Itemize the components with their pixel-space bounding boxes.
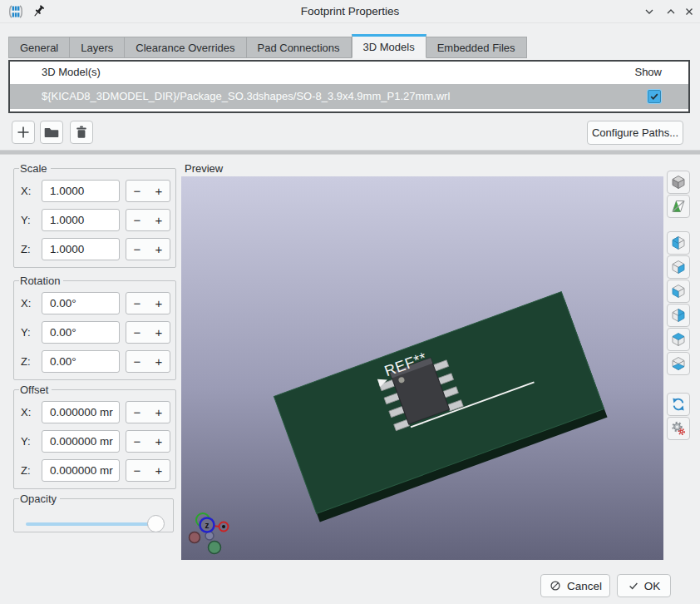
- offset-z-input[interactable]: [42, 459, 120, 482]
- svg-text:z: z: [205, 521, 210, 530]
- view-isometric-button[interactable]: [667, 171, 690, 194]
- rotation-group: Rotation X: −+ Y: −+ Z: −+: [13, 275, 176, 380]
- rotation-group-title: Rotation: [19, 275, 63, 287]
- offset-x-stepper: −+: [126, 401, 170, 423]
- scale-y-label: Y:: [21, 214, 36, 226]
- decrement-button[interactable]: −: [126, 402, 148, 423]
- gears-icon: [670, 420, 687, 437]
- rotation-z-input[interactable]: [42, 350, 120, 373]
- configure-paths-button[interactable]: Configure Paths...: [587, 121, 683, 145]
- ok-button[interactable]: OK: [617, 574, 671, 597]
- decrement-button[interactable]: −: [126, 322, 148, 343]
- increment-button[interactable]: +: [148, 351, 170, 372]
- decrement-button[interactable]: −: [126, 293, 148, 314]
- rotation-y-input[interactable]: [42, 321, 120, 344]
- view-right-button[interactable]: [667, 255, 690, 279]
- scale-x-stepper: −+: [126, 180, 170, 202]
- cube-back-icon: [670, 307, 687, 324]
- decrement-button[interactable]: −: [126, 210, 148, 230]
- toggle-board-body-button[interactable]: [667, 195, 690, 218]
- tab-pad-connections[interactable]: Pad Connections: [247, 37, 352, 58]
- footprint-properties-dialog: Footprint Properties General Layers Clea…: [0, 0, 700, 604]
- maximize-icon[interactable]: [663, 4, 678, 19]
- column-3d-models: 3D Model(s): [42, 66, 101, 78]
- offset-z-label: Z:: [21, 464, 36, 477]
- scale-x-input[interactable]: [42, 180, 120, 202]
- window-title: Footprint Properties: [0, 5, 700, 17]
- gray-cube-icon: [670, 174, 687, 191]
- reload-model-button[interactable]: [667, 393, 690, 416]
- preview-settings-button[interactable]: [667, 417, 690, 440]
- rotation-y-stepper: −+: [126, 321, 170, 344]
- increment-button[interactable]: +: [148, 402, 170, 423]
- increment-button[interactable]: +: [148, 322, 170, 343]
- scale-y-stepper: −+: [126, 209, 170, 231]
- increment-button[interactable]: +: [148, 181, 170, 201]
- model-row[interactable]: ${KICAD8_3DMODEL_DIR}/Package_SO.3dshape…: [10, 84, 688, 109]
- scale-z-label: Z:: [21, 243, 36, 255]
- scale-x-label: X:: [21, 185, 36, 197]
- offset-z-stepper: −+: [126, 459, 170, 482]
- rotation-x-input[interactable]: [42, 292, 120, 314]
- pcb-3d-render: REF** z: [181, 176, 663, 560]
- view-top-button[interactable]: [667, 328, 690, 351]
- folder-icon: [43, 124, 60, 141]
- view-front-button[interactable]: [667, 280, 690, 303]
- preview-3d-viewport[interactable]: REF** z: [181, 176, 663, 560]
- refresh-icon: [670, 396, 687, 413]
- tab-layers[interactable]: Layers: [70, 37, 125, 58]
- decrement-button[interactable]: −: [126, 181, 148, 201]
- trash-icon: [73, 124, 90, 141]
- tab-embedded-files[interactable]: Embedded Files: [426, 37, 527, 58]
- increment-button[interactable]: +: [148, 210, 170, 230]
- rotation-x-stepper: −+: [126, 292, 170, 314]
- opacity-group-title: Opacity: [19, 493, 60, 505]
- rotation-z-stepper: −+: [126, 350, 170, 373]
- window-titlebar: Footprint Properties: [0, 0, 700, 23]
- rotation-x-label: X:: [21, 297, 36, 309]
- preview-title: Preview: [185, 162, 223, 175]
- increment-button[interactable]: +: [148, 431, 170, 452]
- increment-button[interactable]: +: [148, 460, 170, 481]
- offset-x-input[interactable]: [42, 401, 120, 423]
- opacity-slider-handle[interactable]: [147, 515, 165, 532]
- rotation-y-label: Y:: [21, 326, 36, 339]
- green-plane-icon: [670, 198, 687, 215]
- scale-y-input[interactable]: [42, 209, 120, 231]
- minimize-icon[interactable]: [642, 4, 657, 19]
- view-bottom-button[interactable]: [667, 352, 690, 375]
- tab-clearance-overrides[interactable]: Clearance Overrides: [125, 37, 246, 58]
- decrement-button[interactable]: −: [126, 351, 148, 372]
- offset-y-label: Y:: [21, 435, 36, 448]
- view-left-button[interactable]: [667, 231, 690, 255]
- opacity-slider[interactable]: [24, 515, 165, 533]
- opacity-group: Opacity: [13, 493, 174, 532]
- opacity-slider-track[interactable]: [26, 522, 161, 526]
- delete-model-button[interactable]: [70, 121, 93, 144]
- show-checkbox[interactable]: [647, 89, 662, 104]
- increment-button[interactable]: +: [148, 239, 170, 260]
- decrement-button[interactable]: −: [126, 460, 148, 481]
- cube-top-icon: [670, 331, 687, 348]
- cancel-button[interactable]: Cancel: [540, 574, 610, 597]
- tab-bar: General Layers Clearance Overrides Pad C…: [8, 35, 527, 58]
- decrement-button[interactable]: −: [126, 431, 148, 452]
- offset-group: Offset X: −+ Y: −+ Z: −+: [13, 384, 176, 489]
- close-icon[interactable]: [682, 4, 697, 19]
- decrement-button[interactable]: −: [126, 239, 148, 260]
- scale-group: Scale X: −+ Y: −+ Z: −+: [13, 162, 176, 268]
- increment-button[interactable]: +: [148, 293, 170, 314]
- tab-3d-models[interactable]: 3D Models: [352, 34, 426, 58]
- cube-left-icon: [670, 235, 687, 251]
- model-list-header: 3D Model(s) Show: [10, 62, 688, 84]
- scale-z-input[interactable]: [42, 238, 120, 260]
- view-back-button[interactable]: [667, 304, 690, 327]
- model-list: 3D Model(s) Show ${KICAD8_3DMODEL_DIR}/P…: [8, 60, 690, 113]
- tab-general[interactable]: General: [8, 37, 70, 58]
- model-path: ${KICAD8_3DMODEL_DIR}/Package_SO.3dshape…: [42, 90, 450, 102]
- add-model-button[interactable]: [12, 121, 35, 144]
- offset-y-input[interactable]: [42, 430, 120, 453]
- plus-icon: [15, 124, 32, 141]
- rotation-z-label: Z:: [21, 355, 36, 368]
- browse-model-button[interactable]: [40, 121, 63, 144]
